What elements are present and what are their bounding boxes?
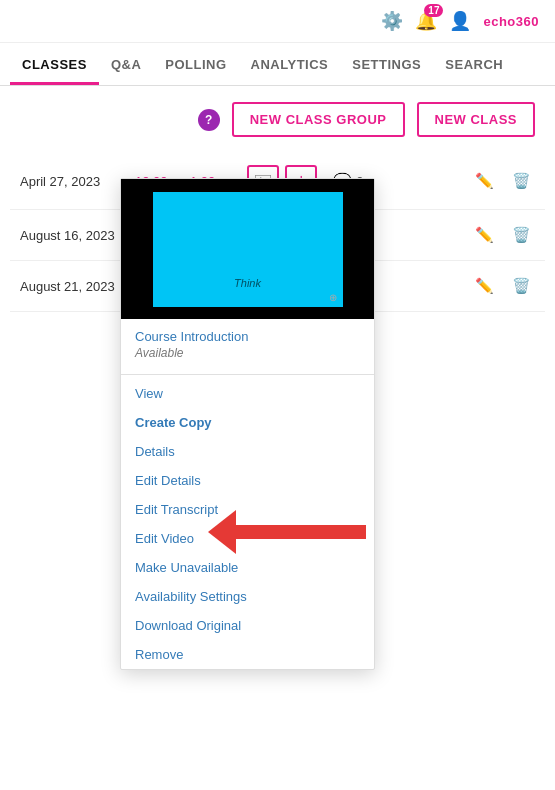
edit-icon[interactable]: ✏️ [471,273,498,299]
thumbnail-screen: Think ⊕ [153,192,343,307]
popup-divider [121,374,374,375]
header: ⚙️ 🔔 17 👤 echo360 [0,0,555,43]
new-class-group-button[interactable]: NEW CLASS GROUP [232,102,405,137]
thumbnail-label: Think [234,277,261,289]
popup-media-title: Course Introduction [135,329,360,344]
tab-classes[interactable]: CLASSES [10,43,99,85]
popup-info: Course Introduction Available [121,319,374,366]
popup-thumbnail: Think ⊕ [121,179,374,319]
menu-item-create-copy[interactable]: Create Copy [121,408,374,437]
notification-icon[interactable]: 🔔 17 [415,10,437,32]
logo: echo360 [483,14,539,29]
nav-tabs: CLASSES Q&A POLLING ANALYTICS SETTINGS S… [0,43,555,86]
user-icon[interactable]: 👤 [449,10,471,32]
edit-icon[interactable]: ✏️ [471,168,498,194]
class-date: August 16, 2023 [20,228,125,243]
action-bar: ? NEW CLASS GROUP NEW CLASS [0,86,555,153]
logo-accent: 360 [516,14,539,29]
class-date: August 21, 2023 [20,279,125,294]
popup-status: Available [135,346,360,360]
tab-search[interactable]: SEARCH [433,43,515,85]
tab-analytics[interactable]: ANALYTICS [239,43,341,85]
arrow-head [208,510,236,554]
delete-icon[interactable]: 🗑️ [508,222,535,248]
delete-icon[interactable]: 🗑️ [508,273,535,299]
logo-text: echo [483,14,515,29]
help-button[interactable]: ? [198,109,220,131]
context-menu-popup: Think ⊕ Course Introduction Available Vi… [120,178,375,670]
delete-icon[interactable]: 🗑️ [508,168,535,194]
new-class-button[interactable]: NEW CLASS [417,102,536,137]
edit-icon[interactable]: ✏️ [471,222,498,248]
tab-settings[interactable]: SETTINGS [340,43,433,85]
settings-icon[interactable]: ⚙️ [381,10,403,32]
menu-item-remove[interactable]: Remove [121,640,374,669]
thumbnail-corner: ⊕ [329,292,337,303]
menu-item-download-original[interactable]: Download Original [121,611,374,640]
menu-item-view[interactable]: View [121,379,374,408]
notification-badge: 17 [424,4,443,17]
class-date: April 27, 2023 [20,174,125,189]
menu-item-edit-details[interactable]: Edit Details [121,466,374,495]
arrow-body [236,525,366,539]
menu-item-make-unavailable[interactable]: Make Unavailable [121,553,374,582]
menu-item-availability-settings[interactable]: Availability Settings [121,582,374,611]
tab-qa[interactable]: Q&A [99,43,153,85]
menu-item-details[interactable]: Details [121,437,374,466]
arrow-indicator [208,510,366,554]
tab-polling[interactable]: POLLING [153,43,238,85]
